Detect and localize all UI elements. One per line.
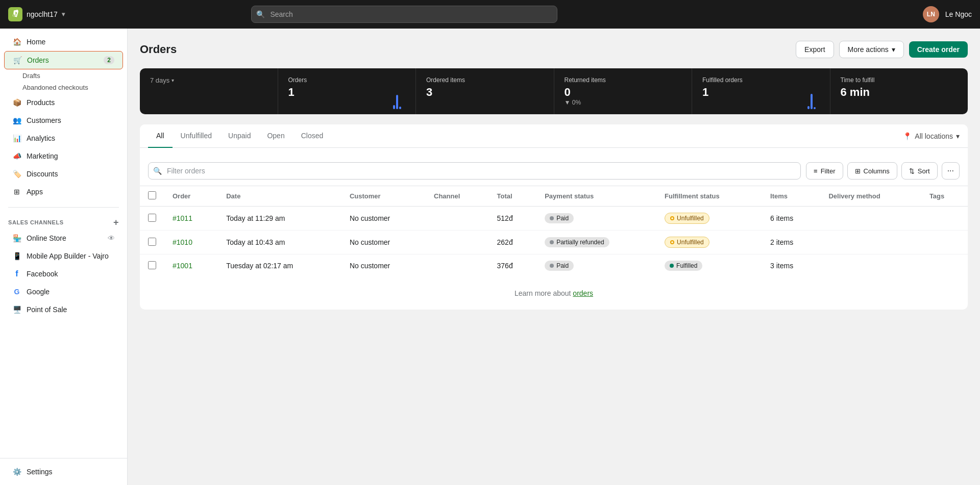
fulfillment-status-badge: Fulfilled bbox=[665, 261, 702, 271]
create-order-button[interactable]: Create order bbox=[909, 41, 968, 58]
location-pin-icon: 📍 bbox=[903, 132, 912, 140]
online-store-eye-icon: 👁 bbox=[108, 234, 115, 242]
sidebar-item-customers[interactable]: 👥 Customers bbox=[4, 112, 123, 129]
sidebar-item-orders-label: Orders bbox=[27, 56, 49, 64]
add-sales-channel-button[interactable]: + bbox=[113, 218, 119, 227]
order-link[interactable]: #1010 bbox=[173, 238, 192, 246]
online-store-label: Online Store bbox=[27, 234, 66, 242]
row-items: 3 items bbox=[762, 254, 820, 277]
filter-input[interactable] bbox=[148, 162, 801, 180]
row-date: Today at 11:29 am bbox=[218, 207, 341, 231]
orders-icon: 🛒 bbox=[13, 56, 22, 65]
col-date: Date bbox=[218, 186, 341, 207]
sidebar-item-analytics[interactable]: 📊 Analytics bbox=[4, 130, 123, 147]
topnav-right: LN Le Ngoc bbox=[923, 6, 972, 22]
stat-fulfilled-label: Fulfilled orders bbox=[702, 76, 820, 84]
order-link[interactable]: #1011 bbox=[173, 214, 192, 222]
sidebar-item-settings[interactable]: ⚙️ Settings bbox=[4, 463, 123, 480]
row-customer: No customer bbox=[341, 207, 426, 231]
topnav: ngoclht17 ▾ 🔍 LN Le Ngoc bbox=[0, 0, 980, 29]
sidebar-item-marketing[interactable]: 📣 Marketing bbox=[4, 147, 123, 165]
row-payment-status: Paid bbox=[536, 207, 656, 231]
export-button[interactable]: Export bbox=[796, 41, 834, 58]
sidebar-item-drafts[interactable]: Drafts bbox=[0, 70, 127, 82]
sort-button[interactable]: ⇅ Sort bbox=[901, 162, 938, 180]
stat-returned-sub: ▼ 0% bbox=[565, 99, 682, 106]
row-checkbox[interactable] bbox=[148, 214, 156, 222]
orders-learn-more-link[interactable]: orders bbox=[573, 289, 593, 297]
stat-returned-value: 0 bbox=[565, 86, 682, 99]
tab-unpaid[interactable]: Unpaid bbox=[220, 124, 259, 148]
sales-channels-section: Sales channels + 🏪 Online Store 👁 📱 Mobi… bbox=[0, 210, 127, 323]
col-delivery: Delivery method bbox=[820, 186, 921, 207]
filter-input-wrap: 🔍 bbox=[148, 162, 801, 180]
tab-unfulfilled[interactable]: Unfulfilled bbox=[173, 124, 220, 148]
row-items: 6 items bbox=[762, 207, 820, 231]
col-channel: Channel bbox=[426, 186, 489, 207]
sidebar-item-pos[interactable]: 🖥️ Point of Sale bbox=[4, 301, 123, 318]
sidebar-item-products[interactable]: 📦 Products bbox=[4, 94, 123, 111]
sidebar-item-online-store[interactable]: 🏪 Online Store 👁 bbox=[4, 229, 123, 247]
sidebar-item-products-label: Products bbox=[27, 98, 55, 107]
footer-text: Learn more about bbox=[514, 289, 573, 297]
tab-closed[interactable]: Closed bbox=[293, 124, 332, 148]
row-delivery bbox=[820, 207, 921, 231]
orders-table-container: Order Date Customer Channel Total Paymen… bbox=[140, 186, 968, 277]
sidebar-item-facebook[interactable]: f Facebook bbox=[4, 265, 123, 283]
user-name: Le Ngoc bbox=[945, 10, 972, 18]
select-all-checkbox[interactable] bbox=[148, 191, 156, 199]
sidebar-item-customers-label: Customers bbox=[27, 116, 61, 124]
sidebar-item-abandoned[interactable]: Abandoned checkouts bbox=[0, 82, 127, 93]
search-input[interactable] bbox=[251, 6, 557, 23]
row-order: #1011 bbox=[164, 207, 218, 231]
columns-button[interactable]: ⊞ Columns bbox=[847, 162, 897, 180]
stat-returned-label: Returned items bbox=[565, 76, 682, 84]
row-order: #1001 bbox=[164, 254, 218, 277]
table-header-row: Order Date Customer Channel Total Paymen… bbox=[140, 186, 968, 207]
stat-ordered-items-value: 3 bbox=[426, 86, 544, 99]
sidebar-nav-section: 🏠 Home 🛒 Orders 2 Drafts Abandoned check… bbox=[0, 29, 127, 205]
col-customer: Customer bbox=[341, 186, 426, 207]
google-icon: G bbox=[12, 287, 21, 296]
logo[interactable]: ngoclht17 ▾ bbox=[8, 7, 65, 21]
stat-orders: Orders 1 bbox=[278, 68, 416, 114]
sidebar-item-apps[interactable]: ⊞ Apps bbox=[4, 183, 123, 200]
sort-icon: ⇅ bbox=[909, 167, 915, 175]
stat-period[interactable]: 7 days ▾ bbox=[140, 68, 278, 114]
row-checkbox[interactable] bbox=[148, 238, 156, 246]
footer-note: Learn more about orders bbox=[140, 277, 968, 310]
stat-orders-label: Orders bbox=[288, 76, 406, 84]
sidebar-item-orders[interactable]: 🛒 Orders 2 bbox=[4, 51, 123, 69]
avatar[interactable]: LN bbox=[923, 6, 939, 22]
tab-all[interactable]: All bbox=[148, 124, 173, 148]
main-content: Orders Export More actions ▾ Create orde… bbox=[128, 29, 980, 485]
tab-open[interactable]: Open bbox=[259, 124, 292, 148]
stat-ttf-value: 6 min bbox=[841, 86, 958, 99]
sidebar-item-home[interactable]: 🏠 Home bbox=[4, 33, 123, 50]
row-tags bbox=[921, 254, 968, 277]
stat-fulfilled-orders: Fulfilled orders 1 bbox=[692, 68, 830, 114]
sidebar-item-discounts[interactable]: 🏷️ Discounts bbox=[4, 165, 123, 183]
row-checkbox-cell bbox=[140, 207, 164, 231]
order-link[interactable]: #1001 bbox=[173, 262, 192, 270]
location-filter[interactable]: 📍 All locations ▾ bbox=[903, 125, 960, 147]
more-options-button[interactable]: ··· bbox=[942, 162, 960, 180]
filter-button[interactable]: ≡ Filter bbox=[806, 162, 843, 180]
row-channel bbox=[426, 254, 489, 277]
row-checkbox[interactable] bbox=[148, 261, 156, 269]
store-icon: 🏪 bbox=[12, 234, 21, 243]
row-date: Tuesday at 02:17 am bbox=[218, 254, 341, 277]
table-row: #1011 Today at 11:29 am No customer 512đ… bbox=[140, 207, 968, 231]
more-actions-button[interactable]: More actions ▾ bbox=[839, 41, 904, 58]
mobile-icon: 📱 bbox=[12, 251, 21, 261]
stat-returned-items: Returned items 0 ▼ 0% bbox=[554, 68, 693, 114]
orders-badge: 2 bbox=[104, 56, 114, 64]
row-tags bbox=[921, 207, 968, 231]
row-fulfillment-status: Unfulfilled bbox=[656, 231, 762, 254]
col-payment-status: Payment status bbox=[536, 186, 656, 207]
sidebar-item-google[interactable]: G Google bbox=[4, 283, 123, 300]
search-container: 🔍 bbox=[251, 6, 557, 23]
stat-orders-chart bbox=[387, 89, 407, 109]
sidebar-item-mobile-app[interactable]: 📱 Mobile App Builder - Vajro bbox=[4, 247, 123, 265]
row-delivery bbox=[820, 231, 921, 254]
